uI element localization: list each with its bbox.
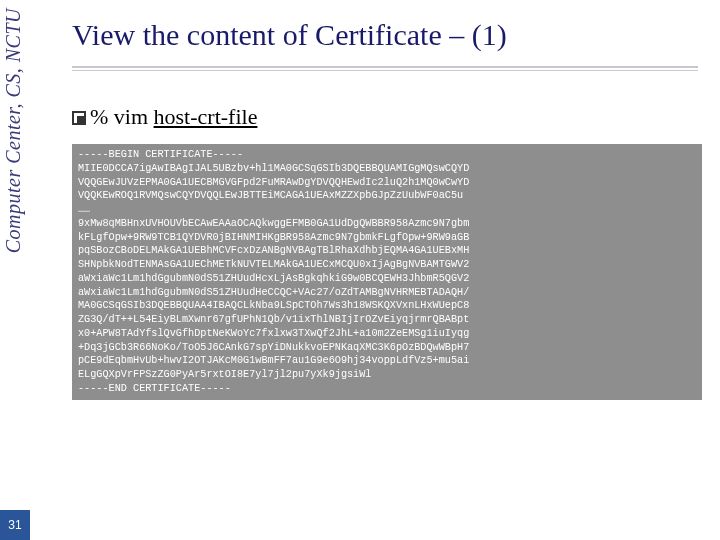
page-title: View the content of Certificate – (1) — [72, 18, 708, 52]
sidebar: Computer Center, CS, NCTU — [2, 0, 30, 540]
command-prefix: % vim — [90, 104, 154, 129]
command-filename: host-crt-file — [154, 104, 258, 129]
page-number: 31 — [0, 510, 30, 540]
sidebar-org-text: Computer Center, CS, NCTU — [2, 8, 25, 253]
main-content: View the content of Certificate – (1) % … — [72, 18, 708, 400]
title-divider — [72, 66, 708, 74]
certificate-text-block: -----BEGIN CERTIFICATE----- MIIE0DCCA7ig… — [72, 144, 702, 400]
bullet-icon — [72, 111, 86, 125]
command-line: % vim host-crt-file — [72, 104, 708, 130]
